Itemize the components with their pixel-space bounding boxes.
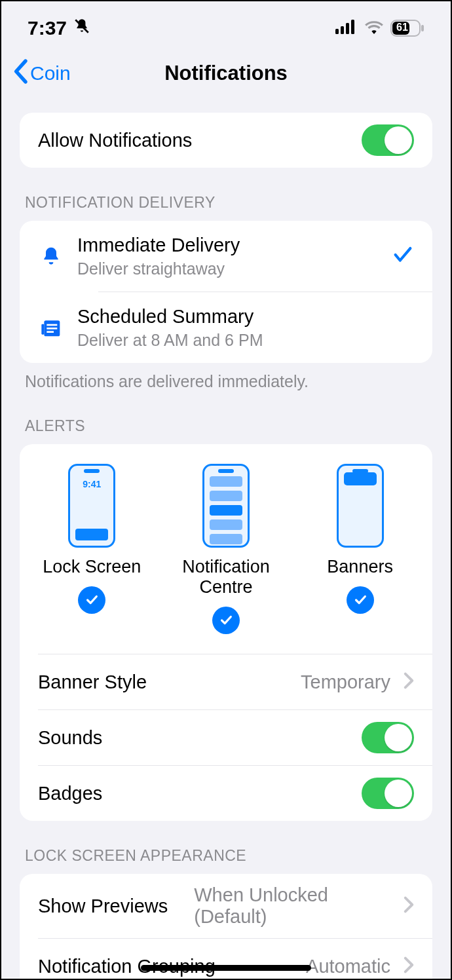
nav-header: Coin Notifications [1, 47, 451, 100]
banner-style-row[interactable]: Banner Style Temporary [20, 654, 432, 709]
scheduled-summary-title: Scheduled Summary [77, 305, 263, 328]
allow-notifications-toggle[interactable] [362, 124, 414, 156]
alert-tile-label: Notification Centre [160, 557, 292, 597]
badges-toggle[interactable] [362, 778, 414, 809]
alert-tile-label: Banners [327, 557, 393, 577]
svg-rect-7 [421, 25, 424, 31]
chevron-left-icon [12, 59, 29, 88]
banner-style-value: Temporary [301, 671, 390, 693]
svg-rect-9 [47, 324, 57, 326]
sounds-row[interactable]: Sounds [20, 710, 432, 765]
scheduled-summary-subtitle: Deliver at 8 AM and 6 PM [77, 331, 263, 350]
svg-rect-2 [341, 26, 344, 34]
notification-grouping-value: Automatic [306, 956, 390, 977]
delivery-footer: Notifications are delivered immediately. [20, 363, 432, 391]
notification-grouping-row[interactable]: Notification Grouping Automatic [20, 939, 432, 980]
wifi-icon [364, 20, 384, 37]
delivery-section-header: NOTIFICATION DELIVERY [20, 194, 432, 221]
sounds-toggle[interactable] [362, 722, 414, 753]
svg-rect-1 [335, 29, 339, 34]
summary-icon [38, 317, 64, 338]
svg-rect-10 [47, 328, 57, 330]
svg-rect-4 [351, 20, 354, 34]
chevron-right-icon [404, 672, 414, 692]
checkmark-icon [392, 244, 414, 269]
chevron-right-icon [404, 896, 414, 916]
notification-centre-preview-icon [202, 464, 250, 548]
sounds-label: Sounds [38, 727, 102, 749]
silent-mode-icon [73, 17, 90, 39]
check-circle-icon[interactable] [212, 607, 240, 634]
allow-notifications-row[interactable]: Allow Notifications [20, 113, 432, 168]
alert-tile-label: Lock Screen [43, 557, 141, 577]
immediate-delivery-row[interactable]: Immediate Delivery Deliver straightaway [20, 221, 432, 292]
badges-row[interactable]: Badges [20, 766, 432, 821]
show-previews-label: Show Previews [38, 895, 168, 917]
status-bar: 7:37 61 [1, 1, 451, 47]
svg-rect-11 [47, 331, 54, 333]
alert-tile-lock-screen[interactable]: 9:41 Lock Screen [26, 464, 157, 634]
svg-rect-3 [346, 23, 349, 34]
bell-icon [38, 246, 64, 267]
home-indicator[interactable] [141, 965, 311, 971]
lock-screen-preview-icon: 9:41 [68, 464, 115, 548]
allow-notifications-label: Allow Notifications [38, 130, 192, 151]
immediate-delivery-subtitle: Deliver straightaway [77, 259, 240, 278]
svg-rect-12 [41, 324, 44, 335]
scheduled-summary-row[interactable]: Scheduled Summary Deliver at 8 AM and 6 … [20, 292, 432, 363]
chevron-right-icon [404, 956, 414, 976]
status-time: 7:37 [28, 17, 67, 39]
banner-style-label: Banner Style [38, 671, 147, 693]
back-button[interactable]: Coin [12, 59, 71, 88]
alert-tile-notification-centre[interactable]: Notification Centre [160, 464, 292, 634]
alert-tile-banners[interactable]: Banners [295, 464, 426, 634]
alerts-section-header: ALERTS [20, 417, 432, 444]
banners-preview-icon [337, 464, 384, 548]
show-previews-row[interactable]: Show Previews When Unlocked (Default) [20, 874, 432, 938]
immediate-delivery-title: Immediate Delivery [77, 234, 240, 257]
show-previews-value: When Unlocked (Default) [194, 884, 390, 928]
back-label: Coin [30, 62, 71, 85]
check-circle-icon[interactable] [347, 586, 374, 614]
badges-label: Badges [38, 783, 102, 804]
battery-icon: 61 [390, 20, 424, 37]
cellular-signal-icon [335, 20, 358, 37]
check-circle-icon[interactable] [78, 586, 105, 614]
lockscreen-section-header: LOCK SCREEN APPEARANCE [20, 847, 432, 874]
battery-percent: 61 [396, 22, 408, 33]
